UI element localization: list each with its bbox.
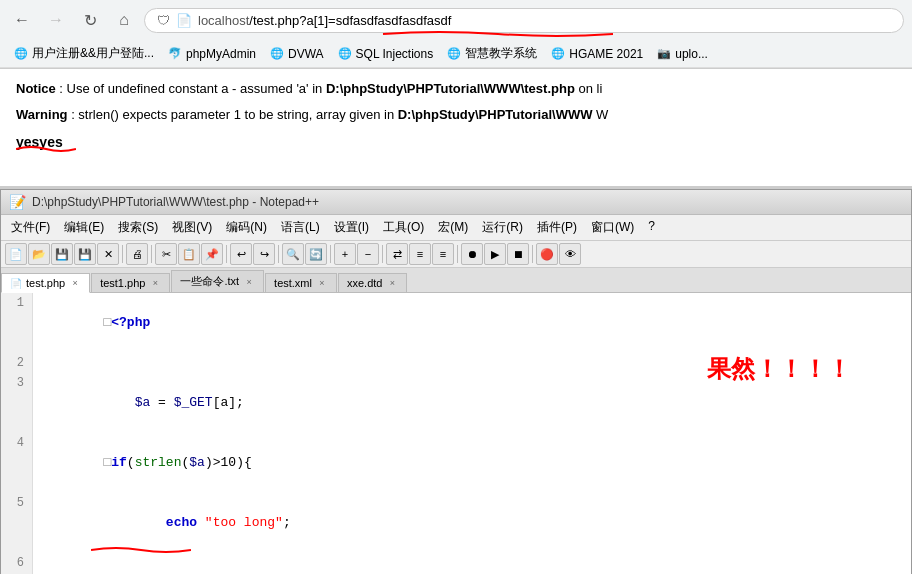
tab-close-xxe-dtd[interactable]: ×	[386, 277, 398, 289]
warning-suffix: W	[596, 107, 608, 122]
bookmark-upload[interactable]: 📷 uplo...	[651, 45, 714, 63]
menu-help[interactable]: ?	[642, 217, 661, 238]
toolbar-sep-6	[382, 245, 383, 263]
paren-close-4: )	[236, 455, 244, 470]
bookmark-register[interactable]: 🌐 用户注册&&用户登陆...	[8, 43, 160, 64]
code-content-6[interactable]: }	[33, 553, 142, 574]
code-line-4: 4 □if(strlen($a)>10){	[1, 433, 911, 493]
menu-language[interactable]: 语言(L)	[275, 217, 326, 238]
toolbar-replace[interactable]: 🔄	[305, 243, 327, 265]
toolbar-copy[interactable]: 📋	[178, 243, 200, 265]
menu-edit[interactable]: 编辑(E)	[58, 217, 110, 238]
toolbar-new[interactable]: 📄	[5, 243, 27, 265]
code-content-3[interactable]: $a = $_GET[a];	[33, 373, 244, 433]
code-content-2[interactable]	[33, 353, 49, 373]
line-num-5: 5	[1, 493, 33, 553]
reload-button[interactable]: ↻	[76, 6, 104, 34]
var-get: $_GET	[174, 395, 213, 410]
tab-close-test-xml[interactable]: ×	[316, 277, 328, 289]
menu-tools[interactable]: 工具(O)	[377, 217, 430, 238]
menu-plugins[interactable]: 插件(P)	[531, 217, 583, 238]
toolbar: 📄 📂 💾 💾 ✕ 🖨 ✂ 📋 📌 ↩ ↪ 🔍 🔄 + − ⇄ ≡ ≡ ⏺ ▶ …	[1, 241, 911, 268]
home-button[interactable]: ⌂	[110, 6, 138, 34]
tab-commands-txt[interactable]: 一些命令.txt ×	[171, 270, 264, 292]
menu-macro[interactable]: 宏(M)	[432, 217, 474, 238]
bookmark-dvwa[interactable]: 🌐 DVWA	[264, 45, 330, 63]
tab-xxe-dtd[interactable]: xxe.dtd ×	[338, 273, 407, 292]
code-area: 果然！！！！ 1 □<?php 2 3 $a = $_GET[a]; 4 □if…	[1, 293, 911, 574]
toolbar-zoomout[interactable]: −	[357, 243, 379, 265]
menu-search[interactable]: 搜索(S)	[112, 217, 164, 238]
toolbar-sync[interactable]: ⇄	[386, 243, 408, 265]
tab-close-test1-php[interactable]: ×	[149, 277, 161, 289]
toolbar-find[interactable]: 🔍	[282, 243, 304, 265]
notice-suffix: on li	[578, 81, 602, 96]
bookmarks-bar: 🌐 用户注册&&用户登陆... 🐬 phpMyAdmin 🌐 DVWA 🌐 SQ…	[0, 40, 912, 68]
shield-icon: 🛡	[157, 13, 170, 28]
url-path: /test.php?a[1]=sdfasdfasdfasdfasdf	[249, 13, 451, 28]
toolbar-save[interactable]: 💾	[51, 243, 73, 265]
tab-test1-php[interactable]: test1.php ×	[91, 273, 170, 292]
menu-run[interactable]: 运行(R)	[476, 217, 529, 238]
toolbar-close[interactable]: ✕	[97, 243, 119, 265]
toolbar-open[interactable]: 📂	[28, 243, 50, 265]
toolbar-extra1[interactable]: 🔴	[536, 243, 558, 265]
toolbar-cut[interactable]: ✂	[155, 243, 177, 265]
notice-text: : Use of undefined constant a - assumed …	[59, 81, 326, 96]
code-content-1[interactable]: □<?php	[33, 293, 150, 353]
tab-close-test-php[interactable]: ×	[69, 277, 81, 289]
php-tag: <?php	[111, 315, 150, 330]
tab-test-xml[interactable]: test.xml ×	[265, 273, 337, 292]
bookmark-icon-sql: 🌐	[338, 47, 352, 60]
notice-label: Notice	[16, 81, 56, 96]
toolbar-undo[interactable]: ↩	[230, 243, 252, 265]
tab-test-php[interactable]: 📄 test.php ×	[1, 273, 90, 293]
toolbar-zoomin[interactable]: +	[334, 243, 356, 265]
bookmark-label-zhihui: 智慧教学系统	[465, 45, 537, 62]
code-content-4[interactable]: □if(strlen($a)>10){	[33, 433, 252, 493]
menu-window[interactable]: 窗口(W)	[585, 217, 640, 238]
toolbar-macro-stop[interactable]: ⏹	[507, 243, 529, 265]
bookmark-sql[interactable]: 🌐 SQL Injections	[332, 45, 440, 63]
toolbar-macro-record[interactable]: ⏺	[461, 243, 483, 265]
toolbar-macro-play[interactable]: ▶	[484, 243, 506, 265]
bookmark-zhihui[interactable]: 🌐 智慧教学系统	[441, 43, 543, 64]
str-too-long: "too long"	[205, 515, 283, 530]
address-bar[interactable]: 🛡 📄 localhost/test.php?a[1]=sdfasdfasdfa…	[144, 8, 904, 33]
var-a: $a	[135, 395, 151, 410]
warning-path: D:\phpStudy\PHPTutorial\WWW	[398, 107, 593, 122]
bookmark-hgame[interactable]: 🌐 HGAME 2021	[545, 45, 649, 63]
forward-button[interactable]: →	[42, 6, 70, 34]
menu-file[interactable]: 文件(F)	[5, 217, 56, 238]
url-text: localhost/test.php?a[1]=sdfasdfasdfasdfa…	[198, 13, 891, 28]
paren-open-4: (	[127, 455, 135, 470]
warning-label: Warning	[16, 107, 68, 122]
menu-encoding[interactable]: 编码(N)	[220, 217, 273, 238]
tab-label-test1-php: test1.php	[100, 277, 145, 289]
toolbar-print[interactable]: 🖨	[126, 243, 148, 265]
line-num-2: 2	[1, 353, 33, 373]
page-icon: 📄	[176, 13, 192, 28]
toolbar-paste[interactable]: 📌	[201, 243, 223, 265]
browser-content: Notice : Use of undefined constant a - a…	[0, 69, 912, 189]
notepad-window: 📝 D:\phpStudy\PHPTutorial\WWW\test.php -…	[0, 189, 912, 574]
notepad-titlebar: 📝 D:\phpStudy\PHPTutorial\WWW\test.php -…	[1, 190, 911, 215]
menu-settings[interactable]: 设置(I)	[328, 217, 375, 238]
tab-icon-test-php: 📄	[10, 278, 22, 289]
tab-bar: 📄 test.php × test1.php × 一些命令.txt × test…	[1, 268, 911, 293]
toolbar-extra2[interactable]: 👁	[559, 243, 581, 265]
tab-close-commands-txt[interactable]: ×	[243, 276, 255, 288]
toolbar-redo[interactable]: ↪	[253, 243, 275, 265]
toolbar-sep-4	[278, 245, 279, 263]
back-button[interactable]: ←	[8, 6, 36, 34]
bookmark-label-sql: SQL Injections	[356, 47, 434, 61]
menu-view[interactable]: 视图(V)	[166, 217, 218, 238]
bookmark-phpmyadmin[interactable]: 🐬 phpMyAdmin	[162, 45, 262, 63]
toolbar-indent[interactable]: ≡	[409, 243, 431, 265]
code-line-6: 6 }	[1, 553, 911, 574]
toolbar-saveall[interactable]: 💾	[74, 243, 96, 265]
tab-label-test-xml: test.xml	[274, 277, 312, 289]
code-content-5[interactable]: echo "too long";	[33, 493, 291, 553]
toolbar-unindent[interactable]: ≡	[432, 243, 454, 265]
notepad-app-icon: 📝	[9, 194, 26, 210]
